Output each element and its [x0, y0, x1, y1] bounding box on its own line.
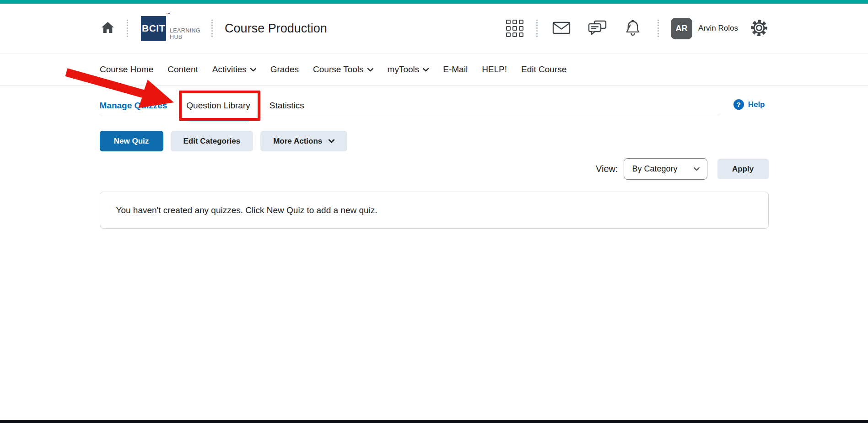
chevron-down-icon	[694, 167, 700, 171]
tab-divider-line	[100, 116, 720, 116]
view-select-value: By Category	[632, 164, 678, 174]
quizzes-content-area: Manage Quizzes Question Library Statisti…	[100, 96, 769, 229]
divider	[536, 20, 538, 37]
help-link[interactable]: ? Help	[733, 99, 765, 110]
logo-subtext: LEARNING HUB	[170, 27, 200, 41]
new-quiz-button[interactable]: New Quiz	[100, 131, 163, 151]
user-name: Arvin Rolos	[698, 24, 738, 33]
notifications-button[interactable]	[625, 19, 641, 38]
divider	[211, 20, 213, 37]
course-navbar: Course Home Content Activities Grades Co…	[0, 54, 868, 86]
avatar-initials: AR	[676, 24, 688, 33]
header-left-group: BCIT ™ LEARNING HUB Course Production	[102, 16, 327, 41]
view-label: View:	[596, 164, 618, 174]
chevron-down-icon	[250, 68, 256, 72]
settings-button[interactable]	[750, 19, 768, 38]
tab-question-library[interactable]: Question Library	[186, 101, 250, 112]
header-right-group: AR Arvin Rolos	[506, 18, 768, 39]
chevron-down-icon	[329, 139, 334, 143]
trademark-symbol: ™	[166, 12, 171, 17]
home-button[interactable]	[102, 22, 114, 35]
tab-hover-underline	[187, 119, 248, 121]
app-switcher-button[interactable]	[506, 20, 523, 37]
waffle-grid-icon	[506, 20, 523, 37]
email-button[interactable]	[552, 21, 571, 36]
nav-item-email[interactable]: E-Mail	[443, 64, 468, 75]
view-bar: View: By Category Apply	[100, 158, 769, 180]
bcit-logo-mark: BCIT ™	[141, 16, 166, 41]
apply-button[interactable]: Apply	[717, 159, 769, 179]
nav-item-course-home[interactable]: Course Home	[100, 64, 153, 75]
divider	[127, 20, 128, 37]
empty-quizzes-message: You haven't created any quizzes. Click N…	[100, 192, 769, 229]
envelope-icon	[552, 21, 571, 36]
nav-item-activities[interactable]: Activities	[212, 64, 256, 75]
divider	[658, 20, 659, 37]
quiz-tabs: Manage Quizzes Question Library Statisti…	[100, 96, 769, 116]
gear-icon	[750, 19, 768, 38]
nav-item-help[interactable]: HELP!	[482, 64, 507, 75]
chevron-down-icon	[423, 68, 429, 72]
nav-item-mytools[interactable]: myTools	[388, 64, 429, 75]
edit-categories-button[interactable]: Edit Categories	[171, 131, 253, 151]
nav-item-content[interactable]: Content	[167, 64, 198, 75]
quiz-toolbar: New Quiz Edit Categories More Actions	[100, 131, 769, 151]
page-title: Course Production	[225, 21, 327, 36]
brand-top-strip	[0, 0, 868, 4]
bell-icon	[625, 19, 641, 38]
nav-item-edit-course[interactable]: Edit Course	[521, 64, 566, 75]
tab-statistics[interactable]: Statistics	[270, 101, 304, 112]
minibar-header: BCIT ™ LEARNING HUB Course Production	[0, 4, 868, 54]
bcit-logo-text: BCIT	[142, 23, 165, 34]
avatar[interactable]: AR	[671, 18, 692, 39]
bottom-bar	[0, 420, 868, 423]
view-select[interactable]: By Category	[624, 158, 707, 180]
nav-item-course-tools[interactable]: Course Tools	[313, 64, 373, 75]
home-icon	[102, 22, 114, 35]
messages-button[interactable]	[588, 20, 607, 37]
chat-bubbles-icon	[588, 20, 607, 37]
question-mark-icon: ?	[733, 99, 744, 110]
tab-manage-quizzes[interactable]: Manage Quizzes	[100, 101, 167, 112]
chevron-down-icon	[367, 68, 373, 72]
more-actions-button[interactable]: More Actions	[260, 131, 347, 151]
bcit-learning-hub-logo[interactable]: BCIT ™ LEARNING HUB	[141, 16, 200, 41]
nav-item-grades[interactable]: Grades	[270, 64, 299, 75]
